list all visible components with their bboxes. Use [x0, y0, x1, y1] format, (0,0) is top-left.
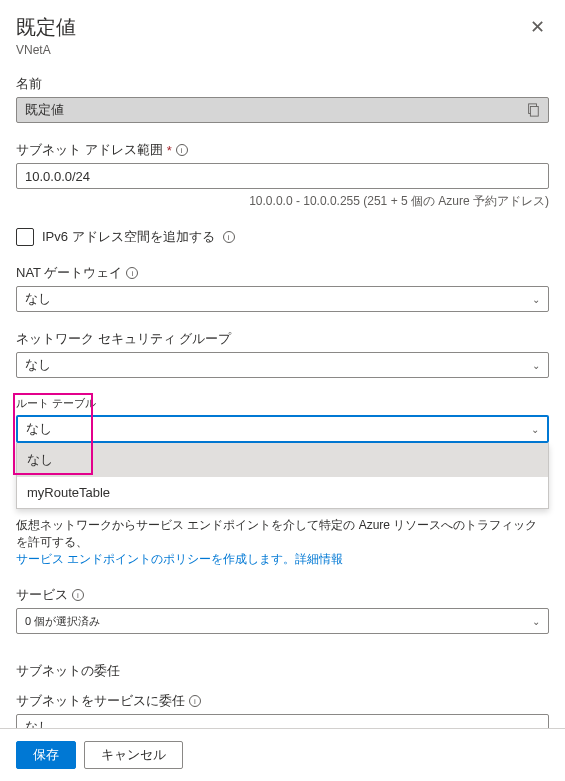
delegation-section-title: サブネットの委任: [16, 662, 549, 680]
services-value: 0 個が選択済み: [25, 614, 100, 629]
nat-label: NAT ゲートウェイ i: [16, 264, 549, 282]
chevron-down-icon: ⌄: [532, 360, 540, 371]
service-endpoint-desc: 仮想ネットワークからサービス エンドポイントを介して特定の Azure リソース…: [16, 517, 549, 568]
ipv6-label: IPv6 アドレス空間を追加する: [42, 228, 215, 246]
chevron-down-icon: ⌄: [532, 616, 540, 627]
rt-value: なし: [26, 420, 52, 438]
rt-select[interactable]: なし ⌄: [16, 415, 549, 443]
addr-input[interactable]: 10.0.0.0/24: [16, 163, 549, 189]
services-select[interactable]: 0 個が選択済み ⌄: [16, 608, 549, 634]
svg-rect-1: [530, 107, 538, 117]
close-icon[interactable]: ✕: [526, 14, 549, 40]
rt-dropdown: なし myRouteTable: [16, 443, 549, 509]
addr-label: サブネット アドレス範囲 * i: [16, 141, 549, 159]
copy-icon[interactable]: [526, 103, 540, 117]
chevron-down-icon: ⌄: [532, 294, 540, 305]
chevron-down-icon: ⌄: [531, 424, 539, 435]
rt-option-myroutetable[interactable]: myRouteTable: [17, 477, 548, 508]
addr-hint: 10.0.0.0 - 10.0.0.255 (251 + 5 個の Azure …: [16, 193, 549, 210]
info-icon[interactable]: i: [126, 267, 138, 279]
nsg-select[interactable]: なし ⌄: [16, 352, 549, 378]
nat-value: なし: [25, 290, 51, 308]
addr-value: 10.0.0.0/24: [25, 169, 90, 184]
panel-title: 既定値: [16, 14, 76, 41]
nat-select[interactable]: なし ⌄: [16, 286, 549, 312]
info-icon[interactable]: i: [189, 695, 201, 707]
name-input: 既定値: [16, 97, 549, 123]
rt-label: ルート テーブル: [16, 396, 549, 411]
required-asterisk: *: [167, 143, 172, 158]
rt-option-none[interactable]: なし: [17, 443, 548, 477]
panel-subtitle: VNetA: [16, 43, 76, 57]
save-button[interactable]: 保存: [16, 741, 76, 769]
services-label: サービス i: [16, 586, 549, 604]
nsg-label: ネットワーク セキュリティ グループ: [16, 330, 549, 348]
name-value: 既定値: [25, 101, 64, 119]
info-icon[interactable]: i: [223, 231, 235, 243]
nsg-value: なし: [25, 356, 51, 374]
service-endpoint-link[interactable]: サービス エンドポイントのポリシーを作成します。詳細情報: [16, 552, 343, 566]
ipv6-checkbox[interactable]: [16, 228, 34, 246]
footer: 保存 キャンセル: [0, 728, 565, 781]
cancel-button[interactable]: キャンセル: [84, 741, 183, 769]
name-label: 名前: [16, 75, 549, 93]
info-icon[interactable]: i: [176, 144, 188, 156]
delegation-label: サブネットをサービスに委任 i: [16, 692, 549, 710]
info-icon[interactable]: i: [72, 589, 84, 601]
